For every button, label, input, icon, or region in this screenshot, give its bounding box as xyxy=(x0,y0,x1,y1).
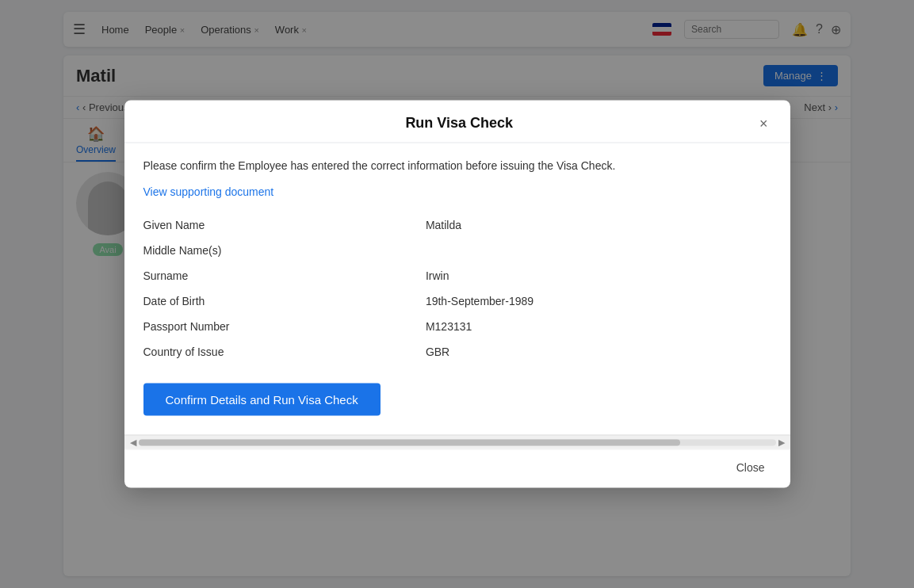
field-value: 19th-September-1989 xyxy=(426,288,771,314)
scrollbar-thumb xyxy=(139,439,680,445)
employee-info-table: Given Name Matilda Middle Name(s) Surnam… xyxy=(143,212,771,365)
table-row: Passport Number M123131 xyxy=(143,314,771,339)
table-row: Middle Name(s) xyxy=(143,238,771,263)
run-visa-check-modal: Run Visa Check × Please confirm the Empl… xyxy=(124,101,790,488)
modal-header: Run Visa Check × xyxy=(124,101,790,143)
field-label: Middle Name(s) xyxy=(143,238,426,263)
field-label: Given Name xyxy=(143,212,426,238)
field-label: Passport Number xyxy=(143,314,426,339)
field-value xyxy=(426,238,771,263)
field-label: Date of Birth xyxy=(143,288,426,314)
scrollbar-track xyxy=(139,439,776,445)
modal-title: Run Visa Check xyxy=(163,115,756,132)
scroll-right-icon[interactable]: ▶ xyxy=(776,437,787,448)
modal-footer: Close xyxy=(124,449,790,488)
field-label: Country of Issue xyxy=(143,339,426,365)
table-row: Date of Birth 19th-September-1989 xyxy=(143,288,771,314)
scroll-left-icon[interactable]: ◀ xyxy=(128,437,139,448)
confirm-visa-check-button[interactable]: Confirm Details and Run Visa Check xyxy=(143,384,381,416)
field-value: Matilda xyxy=(426,212,771,238)
table-row: Country of Issue GBR xyxy=(143,339,771,365)
view-supporting-document-link[interactable]: View supporting document xyxy=(143,185,274,198)
table-row: Surname Irwin xyxy=(143,263,771,288)
modal-scrollbar: ◀ ▶ xyxy=(124,435,790,449)
modal-description: Please confirm the Employee has entered … xyxy=(143,159,771,172)
field-value: Irwin xyxy=(426,263,771,288)
field-value: M123131 xyxy=(426,314,771,339)
modal-close-button[interactable]: × xyxy=(756,116,771,130)
field-label: Surname xyxy=(143,263,426,288)
modal-body: Please confirm the Employee has entered … xyxy=(124,143,790,435)
table-row: Given Name Matilda xyxy=(143,212,771,238)
field-value: GBR xyxy=(426,339,771,365)
modal-footer-close-button[interactable]: Close xyxy=(730,458,771,477)
